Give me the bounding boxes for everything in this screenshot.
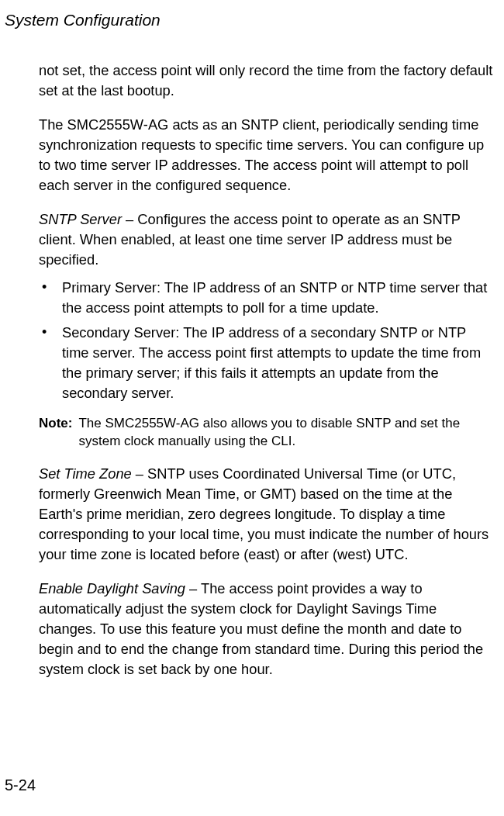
paragraph-timezone: Set Time Zone – SNTP uses Coordinated Un… [39, 464, 493, 565]
note-block: Note: The SMC2555W-AG also allows you to… [39, 414, 493, 451]
page-content: not set, the access point will only reco… [39, 61, 493, 693]
paragraph-daylight: Enable Daylight Saving – The access poin… [39, 579, 493, 679]
header-title: System Configuration [5, 11, 161, 29]
note-label: Note: [39, 414, 78, 451]
sntp-server-label: SNTP Server [39, 211, 122, 227]
list-item: Secondary Server: The IP address of a se… [39, 323, 493, 403]
timezone-label: Set Time Zone [39, 465, 132, 482]
page-header: System Configuration [5, 11, 161, 29]
list-item: Primary Server: The IP address of an SNT… [39, 278, 493, 318]
daylight-label: Enable Daylight Saving [39, 580, 185, 596]
paragraph-sntp-server: SNTP Server – Configures the access poin… [39, 209, 493, 270]
bullet-list: Primary Server: The IP address of an SNT… [39, 278, 493, 403]
paragraph-sntp-client: The SMC2555W-AG acts as an SNTP client, … [39, 115, 493, 195]
note-text: The SMC2555W-AG also allows you to disab… [78, 414, 493, 451]
paragraph-intro: not set, the access point will only reco… [39, 61, 493, 101]
page-number: 5-24 [5, 776, 36, 794]
